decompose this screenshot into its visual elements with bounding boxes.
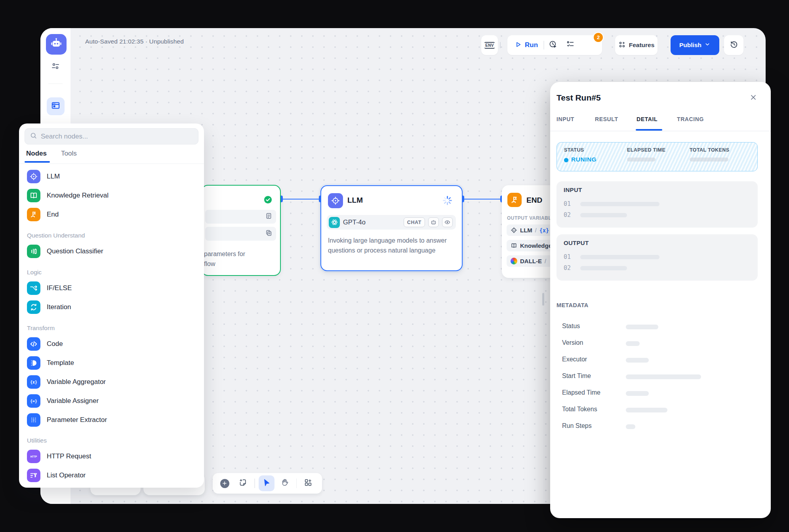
window-icon: [51, 101, 60, 112]
openai-icon: [329, 217, 340, 228]
dalle-icon: [511, 258, 517, 264]
cursor-icon: [262, 478, 271, 488]
tab-tracing[interactable]: TRACING: [677, 116, 704, 122]
sliders-icon[interactable]: [51, 61, 60, 71]
plus-icon: [220, 479, 229, 488]
success-check-icon: [263, 195, 273, 205]
agent-badge: [428, 217, 439, 227]
node-item-iteration[interactable]: Iteration: [22, 299, 201, 315]
llm-icon: [328, 193, 343, 208]
template-icon: [27, 356, 40, 370]
loop-icon: [27, 300, 40, 314]
tabs-divider: [19, 163, 204, 164]
publish-button[interactable]: Publish: [671, 35, 719, 55]
flag-icon: [27, 208, 40, 221]
hand-tool-button[interactable]: [277, 475, 293, 491]
node-item-if-else[interactable]: IF/ELSE: [22, 280, 201, 296]
running-dot-icon: [564, 158, 568, 162]
row-index: 02: [564, 264, 571, 272]
node-item-end[interactable]: End: [22, 206, 201, 223]
node-item-list-operator[interactable]: List Operator: [22, 467, 201, 484]
node-item-http-request[interactable]: HTTP HTTP Request: [22, 448, 201, 465]
node-item-parameter-extractor[interactable]: Parameter Extractor: [22, 412, 201, 428]
tokens-label: TOTAL TOKENS: [690, 147, 729, 153]
pointer-tool-button[interactable]: [259, 475, 274, 491]
env-button[interactable]: ENV: [481, 35, 498, 55]
input-card-title: INPUT: [564, 186, 582, 193]
variable-x-icon: {x}: [27, 375, 40, 389]
section-utilities: Utilities: [27, 437, 47, 444]
tabs-divider: [550, 131, 771, 131]
node-item-variable-assigner[interactable]: {=} Variable Assigner: [22, 393, 201, 409]
search-icon: [30, 132, 37, 141]
variable-assign-icon: {=}: [27, 394, 40, 408]
llm-node[interactable]: LLM GPT-4o CHAT Invoking large language …: [320, 185, 463, 271]
node-item-llm[interactable]: LLM: [22, 168, 201, 185]
llm-node-title: LLM: [347, 196, 363, 205]
canvas-scrollbar[interactable]: [542, 293, 544, 306]
elapsed-placeholder: [627, 158, 656, 162]
svg-text:{=}: {=}: [30, 399, 37, 403]
node-item-knowledge-retrieval[interactable]: Knowledge Retrieval: [22, 187, 201, 204]
app-logo[interactable]: [46, 34, 67, 55]
tokens-placeholder: [690, 158, 728, 162]
checklist-button[interactable]: [562, 40, 579, 50]
metadata-placeholder: [626, 424, 635, 429]
tab-nodes[interactable]: Nodes: [26, 150, 47, 158]
metadata-placeholder: [626, 374, 701, 379]
version-history-button[interactable]: [724, 35, 743, 55]
metadata-placeholder: [626, 391, 649, 396]
autosave-status: Auto-Saved 21:02:35 · Unpublished: [85, 38, 184, 45]
model-selector[interactable]: GPT-4o CHAT: [327, 215, 456, 230]
metadata-label: Executor: [562, 356, 587, 363]
metadata-label: Run Steps: [562, 422, 592, 429]
dot-grid-icon: [27, 413, 40, 427]
llm-icon: [27, 170, 40, 183]
node-item-template[interactable]: Template: [22, 355, 201, 371]
tab-tools[interactable]: Tools: [61, 150, 77, 158]
output-card: OUTPUT 01 02: [556, 234, 758, 281]
edge-llm-to-end: [462, 199, 502, 200]
status-value: RUNING: [571, 156, 597, 163]
sidebar-item-workflow[interactable]: [47, 97, 65, 115]
node-item-code[interactable]: Code: [22, 336, 201, 352]
start-node-field-row[interactable]: [205, 227, 276, 241]
checklist-icon: [566, 40, 575, 50]
node-item-variable-aggregator[interactable]: {x} Variable Aggregator: [22, 374, 201, 390]
tab-result[interactable]: RESULT: [595, 116, 618, 122]
active-tab-underline: [25, 161, 50, 163]
metadata-label: Total Tokens: [562, 406, 597, 413]
output-card-title: OUTPUT: [564, 239, 589, 246]
run-button-group: Run: [507, 35, 602, 55]
start-node-field-row[interactable]: [205, 210, 276, 224]
test-run-panel: Test Run#5 INPUT RESULT DETAIL TRACING S…: [550, 82, 771, 518]
organize-nodes-button[interactable]: [300, 475, 316, 491]
run-panel-title: Test Run#5: [556, 93, 601, 103]
tab-detail[interactable]: DETAIL: [637, 116, 658, 122]
tab-input[interactable]: INPUT: [556, 116, 574, 122]
history-icon: [730, 40, 738, 50]
value-placeholder: [580, 255, 659, 259]
metadata-placeholder: [626, 341, 640, 346]
toolbar-divider: [296, 479, 297, 488]
search-input[interactable]: [41, 133, 193, 141]
sidebar-divider: [48, 84, 63, 84]
section-question-understand: Question Understand: [27, 232, 85, 239]
code-icon: [27, 337, 40, 351]
node-item-question-classifier[interactable]: Question Classifier: [22, 243, 201, 260]
run-button[interactable]: Run: [507, 41, 543, 50]
features-button[interactable]: Features: [615, 35, 658, 55]
document-icon: [265, 212, 273, 221]
active-tab-underline: [636, 129, 662, 131]
close-button[interactable]: [748, 93, 759, 104]
value-placeholder: [580, 202, 659, 206]
section-logic: Logic: [27, 269, 42, 276]
end-node-title: END: [526, 196, 542, 205]
robot-icon: [50, 37, 63, 52]
run-history-button[interactable]: [544, 40, 562, 50]
chat-mode-badge: CHAT: [404, 217, 425, 227]
add-note-button[interactable]: [235, 475, 251, 491]
add-node-button[interactable]: [217, 475, 233, 491]
features-icon: [618, 41, 626, 50]
end-icon: [507, 193, 522, 207]
